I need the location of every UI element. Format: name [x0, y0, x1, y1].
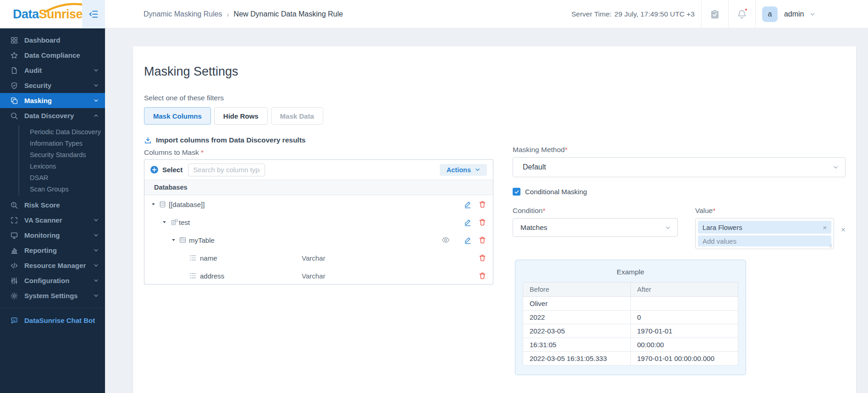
sidebar-item-risk-score[interactable]: Risk Score — [0, 197, 105, 213]
clear-value-button[interactable]: × — [841, 226, 846, 234]
delete-trash-icon[interactable] — [478, 254, 487, 262]
breadcrumb: Dynamic Masking Rules › New Dynamic Data… — [144, 0, 343, 28]
sidebar-item-label: Security — [24, 82, 94, 89]
edit-pencil-icon[interactable] — [464, 236, 472, 244]
chevron-down-icon — [94, 218, 99, 223]
search-column-type-input[interactable] — [188, 164, 265, 176]
masking-method-select[interactable]: Default — [513, 157, 846, 177]
sidebar-item-label: Dashboard — [24, 36, 99, 44]
check-icon — [514, 189, 520, 195]
required-asterisk: * — [543, 207, 546, 214]
masking-method-label: Masking Method* — [513, 146, 846, 154]
sidebar-item-configuration[interactable]: Configuration — [0, 273, 105, 288]
tree-row-address[interactable]: addressVarchar — [144, 267, 493, 284]
sidebar-collapse-button[interactable] — [82, 0, 105, 28]
sidebar-subitem-scan-groups[interactable]: Scan Groups — [30, 183, 105, 195]
actions-dropdown-button[interactable]: Actions — [440, 164, 487, 176]
add-values-input[interactable] — [698, 235, 831, 246]
condition-select[interactable]: Matches — [513, 218, 678, 237]
conditional-masking-checkbox[interactable] — [513, 188, 520, 196]
value-tags-box[interactable]: Lara Flowers× — [695, 218, 834, 249]
sidebar-item-data-compliance[interactable]: Data Compliance — [0, 48, 105, 63]
sidebar-item-security[interactable]: Security — [0, 78, 105, 93]
example-cell: 16:31:05 — [523, 338, 631, 352]
chevron-down-icon — [94, 98, 99, 103]
star-icon — [10, 51, 18, 60]
example-cell: 1970-01-01 00:00:00.000 — [630, 352, 738, 366]
sliders-icon — [10, 277, 18, 285]
chevron-down-icon — [94, 233, 99, 238]
sidebar-subitem-lexicons[interactable]: Lexicons — [30, 160, 105, 172]
resize-grip[interactable] — [829, 244, 833, 248]
sidebar: DashboardData ComplianceAuditSecurityMas… — [0, 28, 105, 393]
delete-trash-icon[interactable] — [478, 272, 487, 280]
sidebar-item-data-discovery[interactable]: Data Discovery — [0, 108, 105, 123]
sidebar-subitem-security-standards[interactable]: Security Standards — [30, 149, 105, 160]
masking-method-section: Masking Method* Default Conditional Mask… — [513, 146, 846, 375]
masking-settings-card: Masking Settings Select one of these fil… — [133, 46, 856, 393]
import-columns-link[interactable]: Import columns from Data Discovery resul… — [144, 136, 493, 144]
breadcrumb-parent-link[interactable]: Dynamic Masking Rules — [144, 10, 222, 18]
sidebar-item-system-settings[interactable]: System Settings — [0, 288, 105, 303]
search-icon — [10, 112, 18, 120]
required-asterisk: * — [565, 146, 568, 153]
condition-value-row: Condition* Matches Value* Lara Flowers× — [513, 207, 846, 249]
database-icon — [159, 200, 166, 208]
page-title: Masking Settings — [144, 65, 493, 79]
server-time-label: Server Time: — [571, 10, 612, 18]
caret-down-icon[interactable] — [151, 202, 156, 207]
chevron-down-icon — [94, 68, 99, 73]
caret-down-icon[interactable] — [171, 237, 176, 242]
sidebar-item-reporting[interactable]: Reporting — [0, 243, 105, 258]
example-cell: 00:00:00 — [630, 338, 738, 352]
sidebar-subitem-information-types[interactable]: Information Types — [30, 137, 105, 149]
risk-icon — [10, 201, 18, 209]
delete-trash-icon[interactable] — [478, 218, 487, 226]
condition-field: Condition* Matches — [513, 207, 678, 249]
column-datatype: Varchar — [302, 254, 325, 262]
sidebar-item-va-scanner[interactable]: VA Scanner — [0, 213, 105, 228]
example-cell: Oliver — [523, 297, 631, 311]
sidebar-item-datasunrise-chat-bot[interactable]: DataSunrise Chat Bot — [0, 313, 105, 328]
user-menu[interactable]: a admin — [762, 6, 815, 22]
tree-row-test[interactable]: test — [144, 213, 493, 231]
notifications-button[interactable] — [735, 7, 749, 21]
caret-down-icon[interactable] — [162, 219, 167, 224]
sidebar-subitem-periodic-data-discovery[interactable]: Periodic Data Discovery — [30, 126, 105, 137]
example-row: 20220 — [523, 311, 738, 324]
add-column-button[interactable] — [150, 165, 159, 174]
value-field: Value* Lara Flowers× × — [695, 207, 846, 249]
eye-icon[interactable] — [442, 236, 450, 244]
hide-rows-button[interactable]: Hide Rows — [214, 107, 268, 125]
import-download-icon — [144, 136, 152, 144]
delete-trash-icon[interactable] — [478, 200, 487, 208]
sidebar-item-label: Monitoring — [24, 231, 94, 239]
sidebar-subitem-dsar[interactable]: DSAR — [30, 172, 105, 183]
user-name: admin — [784, 10, 804, 18]
tasks-button[interactable] — [708, 7, 722, 21]
chevron-down-icon — [94, 263, 99, 268]
breadcrumb-current: New Dynamic Data Masking Rule — [234, 10, 343, 18]
conditional-masking-row: Conditional Masking — [513, 188, 846, 196]
sidebar-item-dashboard[interactable]: Dashboard — [0, 33, 105, 48]
tree-row-database[interactable]: [[database]] — [144, 195, 493, 213]
code-icon — [10, 262, 18, 270]
example-cell: 0 — [630, 311, 738, 324]
tree-row-name[interactable]: nameVarchar — [144, 249, 493, 267]
value-tag: Lara Flowers× — [698, 221, 831, 234]
select-label[interactable]: Select — [162, 166, 182, 174]
edit-pencil-icon[interactable] — [464, 200, 472, 208]
edit-pencil-icon[interactable] — [464, 218, 472, 226]
columns-tree: [[database]]testmyTablenameVarcharaddres… — [144, 195, 493, 284]
chevron-down-icon — [810, 11, 815, 17]
sidebar-item-resource-manager[interactable]: Resource Manager — [0, 258, 105, 273]
sidebar-item-masking[interactable]: Masking — [0, 93, 105, 108]
tree-row-mytable[interactable]: myTable — [144, 231, 493, 249]
remove-tag-button[interactable]: × — [823, 224, 827, 231]
sidebar-item-monitoring[interactable]: Monitoring — [0, 228, 105, 243]
mask-columns-button[interactable]: Mask Columns — [144, 107, 211, 125]
delete-trash-icon[interactable] — [478, 236, 487, 244]
sidebar-item-audit[interactable]: Audit — [0, 63, 105, 78]
document-icon — [10, 66, 18, 75]
mask-data-button[interactable]: Mask Data — [271, 107, 323, 125]
